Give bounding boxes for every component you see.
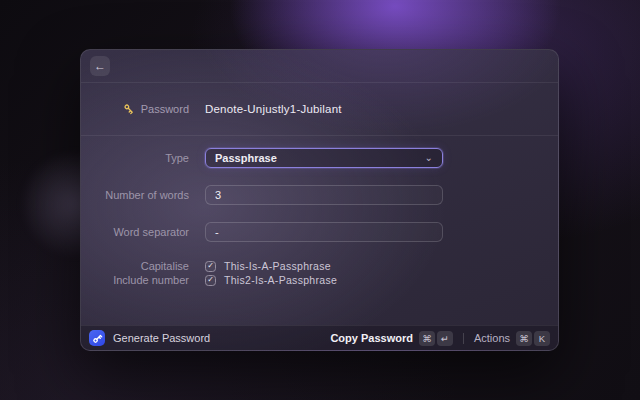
k-key[interactable]: K — [534, 331, 550, 346]
summary-label: Password — [141, 103, 189, 115]
key-icon — [123, 103, 135, 115]
actions-button[interactable]: Actions — [474, 332, 510, 344]
chevron-down-icon: ⌄ — [425, 153, 433, 163]
include-number-example-text: This2-Is-A-Passphrase — [224, 274, 337, 286]
actions-shortcut: ⌘ K — [516, 331, 550, 346]
capitalise-example-text: This-Is-A-Passphrase — [224, 260, 331, 272]
command-title: Generate Password — [113, 332, 210, 344]
footer-divider — [463, 333, 464, 344]
checkmark-icon: ✓ — [207, 276, 214, 284]
desktop-background: ← Password Denote-Unjustly1-Jubilant Typ… — [0, 0, 640, 400]
capitalise-label: Capitalise — [141, 260, 189, 272]
back-button[interactable]: ← — [90, 56, 110, 76]
word-separator-input[interactable]: - — [205, 222, 443, 242]
footer-actions: Copy Password ⌘ ↵ Actions ⌘ K — [330, 331, 550, 346]
word-separator-label: Word separator — [113, 226, 189, 238]
back-arrow-icon: ← — [94, 60, 106, 72]
copy-password-button[interactable]: Copy Password — [330, 332, 413, 344]
include-number-label: Include number — [113, 274, 189, 286]
form-row-type: Type Passphrase ⌄ — [81, 148, 558, 168]
type-dropdown[interactable]: Passphrase ⌄ — [205, 148, 443, 168]
window-header: ← — [81, 50, 558, 83]
capitalise-checkbox[interactable]: ✓ — [205, 261, 216, 272]
number-of-words-input[interactable]: 3 — [205, 185, 443, 205]
checkmark-icon: ✓ — [207, 262, 214, 270]
action-bar: Generate Password Copy Password ⌘ ↵ Acti… — [81, 325, 558, 350]
generated-password-value: Denote-Unjustly1-Jubilant — [205, 103, 342, 115]
return-key[interactable]: ↵ — [437, 331, 453, 346]
form-row-word-separator: Word separator - — [81, 222, 558, 242]
form-row-capitalise: Capitalise ✓ This-Is-A-Passphrase — [81, 259, 558, 273]
summary-label-column: Password — [81, 103, 189, 115]
number-of-words-label: Number of words — [105, 189, 189, 201]
include-number-checkbox[interactable]: ✓ — [205, 275, 216, 286]
form-row-include-number: Include number ✓ This2-Is-A-Passphrase — [81, 273, 558, 287]
type-label: Type — [165, 152, 189, 164]
password-form: Type Passphrase ⌄ Number of words 3 Wo — [81, 136, 558, 325]
copy-password-shortcut: ⌘ ↵ — [419, 331, 453, 346]
cmd-key[interactable]: ⌘ — [516, 331, 532, 346]
key-badge-icon — [89, 330, 105, 346]
cmd-key[interactable]: ⌘ — [419, 331, 435, 346]
password-summary-row: Password Denote-Unjustly1-Jubilant — [81, 83, 558, 136]
form-row-number-of-words: Number of words 3 — [81, 185, 558, 205]
number-of-words-value: 3 — [215, 189, 221, 201]
word-separator-value: - — [215, 226, 219, 238]
type-dropdown-value: Passphrase — [215, 152, 277, 164]
generate-password-window: ← Password Denote-Unjustly1-Jubilant Typ… — [80, 49, 559, 351]
